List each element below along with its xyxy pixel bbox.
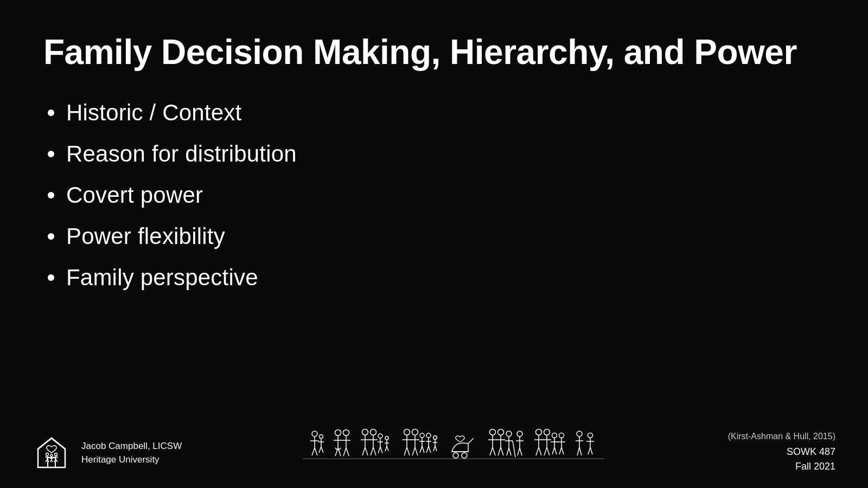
bullet-text-1: Historic / Context: [66, 100, 241, 126]
family-silhouettes-icon: [303, 427, 607, 476]
svg-line-115: [547, 447, 550, 455]
svg-point-76: [433, 435, 437, 439]
svg-point-90: [498, 429, 504, 435]
list-item: Power flexibility: [43, 223, 825, 249]
svg-line-19: [312, 448, 315, 455]
svg-line-20: [315, 448, 317, 455]
svg-line-4: [46, 459, 47, 462]
list-item: Reason for distribution: [43, 141, 825, 167]
svg-line-25: [321, 447, 323, 453]
svg-line-125: [561, 447, 564, 454]
svg-line-88: [490, 447, 493, 455]
bullet-dot: [48, 233, 54, 240]
svg-line-129: [577, 447, 579, 455]
author-org: Heritage University: [81, 453, 182, 467]
svg-point-121: [559, 433, 564, 438]
svg-point-85: [490, 429, 496, 435]
svg-line-110: [539, 447, 541, 455]
svg-line-45: [373, 447, 376, 455]
svg-line-93: [498, 447, 501, 455]
svg-point-61: [412, 429, 418, 435]
svg-point-116: [552, 433, 557, 438]
bullet-text-5: Family perspective: [66, 265, 258, 291]
svg-line-34: [343, 448, 346, 456]
footer: Jacob Campbell, LICSW Heritage Universit…: [0, 428, 868, 488]
list-item: Historic / Context: [43, 100, 825, 126]
bullet-dot: [48, 192, 54, 198]
svg-line-104: [518, 448, 520, 455]
svg-line-130: [579, 447, 582, 455]
svg-line-94: [501, 447, 503, 455]
svg-point-41: [371, 429, 376, 435]
svg-line-69: [420, 446, 422, 453]
footer-left: Jacob Campbell, LICSW Heritage Universit…: [33, 434, 182, 472]
svg-line-70: [422, 446, 424, 453]
svg-point-46: [378, 434, 382, 438]
bullet-text-3: Covert power: [66, 182, 203, 208]
svg-point-6: [55, 453, 58, 456]
svg-line-119: [552, 447, 554, 454]
svg-point-82: [453, 453, 458, 458]
svg-point-1: [46, 453, 49, 456]
svg-point-16: [312, 431, 317, 436]
svg-line-105: [520, 448, 522, 455]
bullet-list: Historic / Context Reason for distributi…: [43, 100, 825, 291]
svg-line-134: [588, 447, 590, 454]
svg-point-36: [362, 429, 368, 435]
svg-point-11: [50, 454, 53, 457]
svg-line-39: [362, 447, 365, 455]
footer-right: (Kirst-Ashman & Hull, 2015) SOWK 487 Fal…: [728, 432, 835, 474]
svg-point-126: [577, 431, 582, 436]
svg-line-75: [429, 446, 431, 453]
bullet-text-2: Reason for distribution: [66, 141, 297, 167]
svg-line-64: [412, 447, 415, 455]
svg-line-50: [380, 447, 382, 453]
svg-line-59: [404, 447, 407, 455]
svg-line-84: [468, 438, 474, 444]
svg-line-55: [387, 446, 388, 451]
footer-author-info: Jacob Campbell, LICSW Heritage Universit…: [81, 439, 182, 467]
svg-line-98: [507, 448, 509, 455]
svg-point-66: [420, 433, 424, 438]
course-name: SOWK 487 Fall 2021: [728, 445, 835, 474]
svg-line-49: [378, 447, 380, 453]
svg-point-111: [544, 429, 550, 435]
svg-line-120: [554, 447, 557, 454]
svg-point-101: [517, 431, 522, 436]
bullet-dot: [48, 110, 54, 116]
svg-line-100: [513, 441, 515, 457]
svg-line-80: [435, 446, 437, 451]
svg-line-35: [346, 448, 349, 456]
svg-line-40: [365, 447, 368, 455]
heritage-university-logo: [33, 434, 71, 472]
svg-line-99: [509, 448, 511, 455]
svg-line-124: [559, 447, 561, 454]
svg-point-71: [426, 433, 431, 438]
svg-point-83: [462, 453, 467, 458]
bullet-dot: [48, 274, 54, 281]
svg-point-26: [335, 429, 341, 435]
svg-point-56: [404, 429, 410, 435]
author-name: Jacob Campbell, LICSW: [81, 439, 182, 453]
svg-line-135: [590, 447, 592, 454]
svg-point-21: [320, 434, 323, 438]
svg-line-79: [433, 446, 435, 451]
svg-line-114: [544, 447, 547, 455]
svg-line-24: [319, 447, 321, 453]
svg-line-109: [536, 447, 539, 455]
svg-point-31: [343, 429, 349, 435]
svg-line-65: [415, 447, 418, 455]
svg-line-89: [493, 447, 495, 455]
list-item: Covert power: [43, 182, 825, 208]
svg-point-131: [588, 433, 593, 438]
svg-line-54: [385, 446, 387, 451]
bullet-dot: [48, 151, 54, 157]
svg-line-74: [426, 446, 429, 453]
slide: Family Decision Making, Hierarchy, and P…: [0, 0, 868, 488]
svg-line-60: [407, 447, 410, 455]
svg-line-44: [371, 447, 373, 455]
svg-point-51: [385, 436, 388, 440]
footer-center: [182, 427, 728, 479]
svg-line-15: [52, 460, 53, 462]
svg-line-10: [56, 459, 58, 462]
